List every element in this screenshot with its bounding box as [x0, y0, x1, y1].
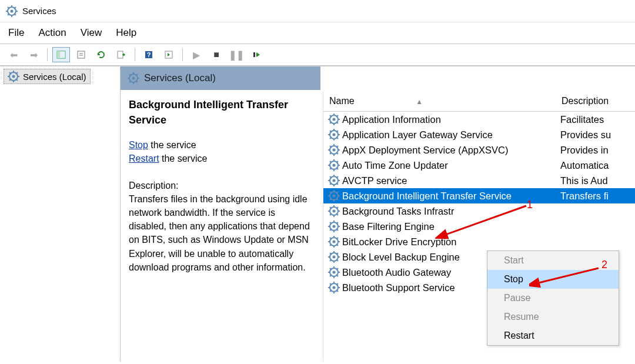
service-row[interactable]: Background Tasks Infrastr [323, 203, 635, 219]
gear-icon [8, 71, 19, 82]
back-button[interactable]: ⬅ [5, 47, 22, 62]
gear-icon [128, 72, 139, 84]
service-description: Provides in [560, 145, 635, 156]
menu-bar: File Action View Help [0, 22, 635, 44]
service-row[interactable]: Auto Time Zone UpdaterAutomatica [323, 158, 635, 173]
gear-icon [328, 144, 340, 156]
menu-file[interactable]: File [8, 27, 24, 39]
gear-icon [328, 159, 340, 171]
gear-icon [328, 175, 340, 186]
service-description: Provides su [560, 129, 635, 141]
restart-suffix: the service [159, 153, 208, 163]
refresh-button[interactable] [92, 47, 110, 62]
service-row[interactable]: AVCTP serviceThis is Aud [323, 173, 635, 188]
gear-icon [328, 282, 340, 293]
gear-icon [328, 236, 340, 248]
service-name: AVCTP service [342, 175, 407, 186]
stop-service-link[interactable]: Stop [129, 140, 148, 150]
snapin-button[interactable] [160, 47, 178, 62]
gear-icon [328, 266, 340, 278]
svg-rect-11 [57, 51, 60, 58]
toolbar-sep [182, 48, 183, 61]
panel-header-label: Services (Local) [144, 72, 216, 84]
tree-pane: Services (Local) [0, 66, 121, 362]
ctx-start[interactable]: Start [487, 251, 619, 270]
service-name: Auto Time Zone Updater [342, 160, 448, 171]
toolbar-sep [47, 48, 48, 61]
stop-service-button[interactable]: ■ [208, 47, 225, 62]
svg-rect-19 [253, 52, 255, 57]
service-row[interactable]: Application Layer Gateway ServiceProvide… [323, 127, 635, 142]
service-description: Transfers fi [560, 191, 635, 202]
ctx-stop[interactable]: Stop [487, 270, 619, 289]
list-header: Name ▲ Description [323, 91, 635, 112]
ctx-pause[interactable]: Pause [487, 289, 619, 308]
service-name: Bluetooth Audio Gateway [342, 267, 451, 278]
help-button[interactable]: ? [140, 47, 158, 62]
service-name: Application Information [342, 114, 441, 125]
services-app-icon [6, 5, 18, 17]
menu-help[interactable]: Help [116, 27, 136, 39]
window-title: Services [22, 6, 56, 16]
gear-icon [328, 205, 340, 217]
description-text: Transfers files in the background using … [129, 192, 313, 274]
restart-service-button[interactable] [248, 47, 265, 62]
service-description: Facilitates [560, 114, 635, 125]
stop-suffix: the service [148, 140, 196, 150]
forward-button[interactable]: ➡ [25, 47, 42, 62]
show-hide-tree-button[interactable] [52, 47, 70, 62]
ctx-restart[interactable]: Restart [487, 326, 619, 345]
service-row[interactable]: Base Filtering Engine [323, 219, 635, 234]
service-name: Application Layer Gateway Service [342, 129, 493, 141]
service-description: Automatica [560, 160, 635, 171]
service-name: BitLocker Drive Encryption [342, 236, 456, 248]
gear-icon [328, 129, 340, 141]
pause-service-button[interactable]: ❚❚ [228, 47, 245, 62]
export-button[interactable] [112, 47, 130, 62]
service-row[interactable]: Application InformationFacilitates [323, 112, 635, 127]
gear-icon [328, 221, 340, 232]
tree-node-services-local[interactable]: Services (Local) [4, 69, 91, 84]
toolbar-sep [135, 48, 135, 61]
service-row[interactable]: AppX Deployment Service (AppXSVC)Provide… [323, 142, 635, 158]
tree-node-label: Services (Local) [23, 72, 86, 82]
start-service-button[interactable]: ▶ [188, 47, 205, 62]
service-name: Background Tasks Infrastr [342, 206, 454, 217]
restart-service-link[interactable]: Restart [129, 153, 159, 163]
properties-button[interactable] [72, 47, 90, 62]
description-label: Description: [129, 179, 313, 192]
svg-rect-15 [118, 51, 123, 58]
service-description: This is Aud [560, 175, 635, 186]
service-name: AppX Deployment Service (AppXSVC) [342, 145, 508, 156]
column-header-description[interactable]: Description [562, 96, 635, 106]
service-name: Background Intelligent Transfer Service [342, 191, 512, 202]
service-row[interactable]: BitLocker Drive Encryption [323, 234, 635, 249]
detail-pane: Background Intelligent Transfer Service … [121, 91, 323, 362]
ctx-resume[interactable]: Resume [487, 308, 619, 326]
menu-action[interactable]: Action [38, 27, 66, 39]
context-menu: Start Stop Pause Resume Restart [487, 251, 619, 346]
gear-icon [328, 190, 340, 202]
selected-service-title: Background Intelligent Transfer Service [129, 97, 313, 128]
service-row[interactable]: Background Intelligent Transfer ServiceT… [323, 188, 635, 203]
sort-ascending-icon: ▲ [416, 98, 423, 106]
svg-rect-12 [78, 51, 85, 58]
gear-icon [328, 113, 340, 125]
service-name: Base Filtering Engine [342, 221, 435, 232]
svg-text:?: ? [147, 51, 151, 58]
menu-view[interactable]: View [81, 27, 102, 39]
gear-icon [328, 251, 340, 263]
service-name: Block Level Backup Engine [342, 252, 460, 263]
panel-header: Services (Local) [121, 66, 320, 91]
service-name: Bluetooth Support Service [342, 282, 455, 293]
toolbar: ⬅ ➡ ? ▶ ■ ❚❚ [0, 44, 635, 66]
title-bar: Services [0, 0, 635, 22]
column-header-name[interactable]: Name ▲ [329, 96, 562, 106]
